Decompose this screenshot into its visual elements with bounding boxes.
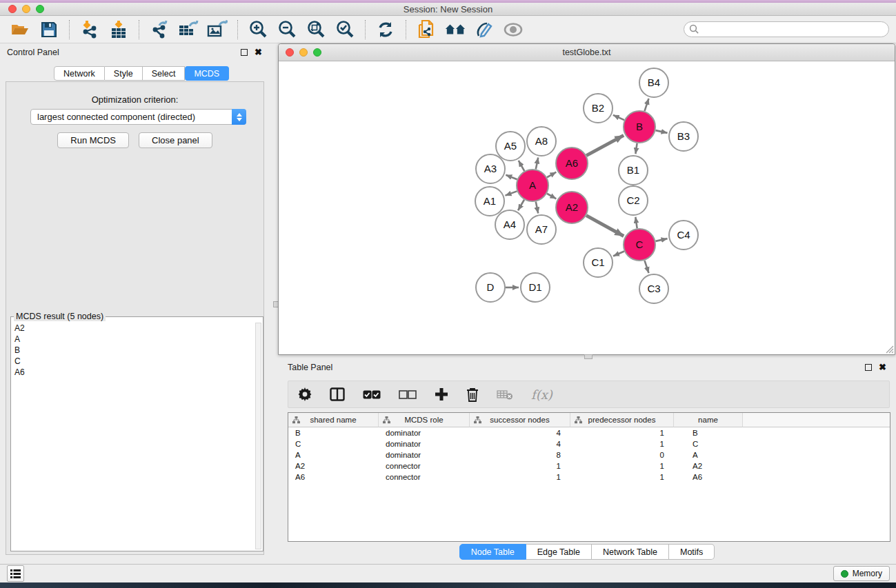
memory-button[interactable]: Memory bbox=[833, 566, 890, 581]
graph-edge-C-C2[interactable] bbox=[635, 217, 637, 228]
tab-select[interactable]: Select bbox=[143, 66, 186, 81]
column-header-mcds-role[interactable]: MCDS role bbox=[379, 413, 470, 427]
open-file-icon[interactable] bbox=[10, 19, 30, 40]
network-window-titlebar[interactable]: testGlobe.txt bbox=[279, 44, 895, 61]
tab-mcds[interactable]: MCDS bbox=[185, 66, 229, 81]
graph-edge-A-A8[interactable] bbox=[536, 158, 538, 170]
save-session-icon[interactable] bbox=[39, 19, 59, 40]
network-document-icon[interactable] bbox=[416, 19, 437, 40]
annotation-off-icon[interactable] bbox=[474, 19, 495, 40]
float-panel-icon[interactable] bbox=[241, 49, 248, 56]
refresh-layout-icon[interactable] bbox=[375, 19, 396, 40]
table-cell[interactable]: connector bbox=[379, 460, 470, 472]
graph-edge-A6-B[interactable] bbox=[586, 135, 624, 155]
table-cell[interactable]: C bbox=[288, 438, 379, 449]
eye-icon[interactable] bbox=[503, 19, 524, 40]
table-cell[interactable]: 1 bbox=[570, 438, 674, 449]
tab-network[interactable]: Network bbox=[54, 66, 105, 81]
tab-node-table[interactable]: Node Table bbox=[459, 544, 526, 560]
table-cell[interactable]: A2 bbox=[674, 460, 743, 472]
graph-edge-A-A7[interactable] bbox=[536, 202, 538, 214]
table-cell[interactable]: 0 bbox=[570, 449, 674, 460]
result-item[interactable]: C bbox=[12, 356, 255, 367]
deselect-all-icon[interactable] bbox=[399, 390, 417, 399]
result-scrollbar[interactable] bbox=[255, 323, 261, 549]
export-image-icon[interactable] bbox=[207, 19, 228, 40]
column-header-predecessor-nodes[interactable]: predecessor nodes bbox=[570, 413, 674, 427]
close-table-panel-icon[interactable]: ✖ bbox=[879, 364, 886, 371]
home-icon[interactable] bbox=[445, 19, 466, 40]
network-graph[interactable]: B4B2BB3A5A8A6B1A3AA1A2C2A4A7C4CC1DD1C3 bbox=[279, 61, 895, 354]
node-table[interactable]: shared name MCDS role successor nodes pr… bbox=[288, 412, 890, 542]
table-cell[interactable]: dominator bbox=[379, 449, 470, 460]
result-item[interactable]: A2 bbox=[12, 323, 255, 334]
zoom-fit-icon[interactable] bbox=[306, 19, 326, 40]
table-cell[interactable]: B bbox=[288, 427, 379, 438]
table-cell[interactable]: A bbox=[674, 449, 743, 460]
table-cell[interactable]: 8 bbox=[470, 449, 570, 460]
table-cell[interactable]: 1 bbox=[470, 460, 570, 472]
tab-network-table[interactable]: Network Table bbox=[592, 544, 669, 560]
resize-grip-icon[interactable] bbox=[885, 345, 894, 354]
table-cell[interactable]: dominator bbox=[379, 438, 470, 449]
column-header-shared-name[interactable]: shared name bbox=[288, 413, 379, 427]
close-panel-button[interactable]: Close panel bbox=[139, 132, 212, 148]
result-item[interactable]: B bbox=[12, 345, 255, 356]
table-cell[interactable]: 1 bbox=[470, 472, 570, 483]
table-cell[interactable]: 1 bbox=[570, 427, 674, 438]
close-panel-icon[interactable]: ✖ bbox=[255, 49, 262, 56]
graph-edge-A-A3[interactable] bbox=[506, 175, 517, 179]
select-all-icon[interactable] bbox=[363, 390, 381, 399]
graph-edge-A-A1[interactable] bbox=[506, 191, 517, 195]
table-cell[interactable]: dominator bbox=[379, 427, 470, 438]
result-item[interactable]: A6 bbox=[12, 367, 255, 378]
zoom-selected-icon[interactable] bbox=[335, 19, 355, 40]
table-cell[interactable]: 1 bbox=[570, 472, 674, 483]
graph-edge-B-B1[interactable] bbox=[635, 143, 637, 154]
run-mcds-button[interactable]: Run MCDS bbox=[57, 132, 129, 148]
graph-edge-A2-C[interactable] bbox=[586, 216, 624, 236]
table-cell[interactable]: 4 bbox=[470, 427, 570, 438]
graph-edge-A-A5[interactable] bbox=[519, 161, 525, 171]
graph-edge-B-B2[interactable] bbox=[613, 115, 624, 120]
import-network-icon[interactable] bbox=[79, 19, 100, 40]
table-cell[interactable]: connector bbox=[379, 472, 470, 483]
graph-edge-A-A6[interactable] bbox=[547, 172, 556, 178]
graph-edge-C-C1[interactable] bbox=[613, 252, 624, 256]
result-item[interactable]: A bbox=[12, 334, 255, 345]
column-header-name[interactable]: name bbox=[674, 413, 743, 427]
graph-edge-B-B4[interactable] bbox=[644, 99, 648, 111]
table-cell[interactable]: 4 bbox=[470, 438, 570, 449]
task-history-button[interactable] bbox=[7, 565, 24, 582]
criterion-dropdown[interactable]: largest connected component (directed) bbox=[30, 109, 246, 125]
table-cell[interactable]: A2 bbox=[288, 460, 379, 472]
network-canvas[interactable]: B4B2BB3A5A8A6B1A3AA1A2C2A4A7C4CC1DD1C3 bbox=[279, 61, 895, 354]
graph-edge-C-C4[interactable] bbox=[655, 239, 667, 241]
table-cell[interactable]: C bbox=[674, 438, 743, 449]
tab-motifs[interactable]: Motifs bbox=[669, 544, 715, 560]
column-header-successor-nodes[interactable]: successor nodes bbox=[470, 413, 570, 427]
search-input[interactable] bbox=[684, 21, 889, 37]
float-table-panel-icon[interactable] bbox=[865, 364, 872, 371]
graph-edge-B-B3[interactable] bbox=[655, 130, 667, 133]
settings-gear-icon[interactable] bbox=[298, 387, 312, 401]
table-cell[interactable]: A bbox=[288, 449, 379, 460]
table-cell[interactable]: A6 bbox=[674, 472, 743, 483]
zoom-out-icon[interactable] bbox=[277, 19, 297, 40]
table-cell[interactable]: B bbox=[674, 427, 743, 438]
tab-style[interactable]: Style bbox=[105, 66, 143, 81]
column-layout-icon[interactable] bbox=[330, 387, 345, 401]
function-builder-icon[interactable]: f(x) bbox=[531, 387, 552, 402]
add-column-icon[interactable] bbox=[435, 387, 448, 401]
export-table-icon[interactable] bbox=[178, 19, 199, 40]
graph-edge-A-A4[interactable] bbox=[518, 200, 524, 210]
export-network-icon[interactable] bbox=[149, 19, 170, 40]
graph-edge-C-C3[interactable] bbox=[644, 261, 648, 273]
import-table-icon[interactable] bbox=[108, 19, 129, 40]
delete-column-icon[interactable] bbox=[466, 387, 479, 402]
table-cell[interactable]: A6 bbox=[288, 472, 379, 483]
graph-edge-A-A2[interactable] bbox=[547, 194, 556, 199]
clear-table-icon[interactable] bbox=[497, 389, 513, 400]
zoom-in-icon[interactable] bbox=[248, 19, 268, 40]
horizontal-divider-grip[interactable] bbox=[584, 354, 593, 359]
